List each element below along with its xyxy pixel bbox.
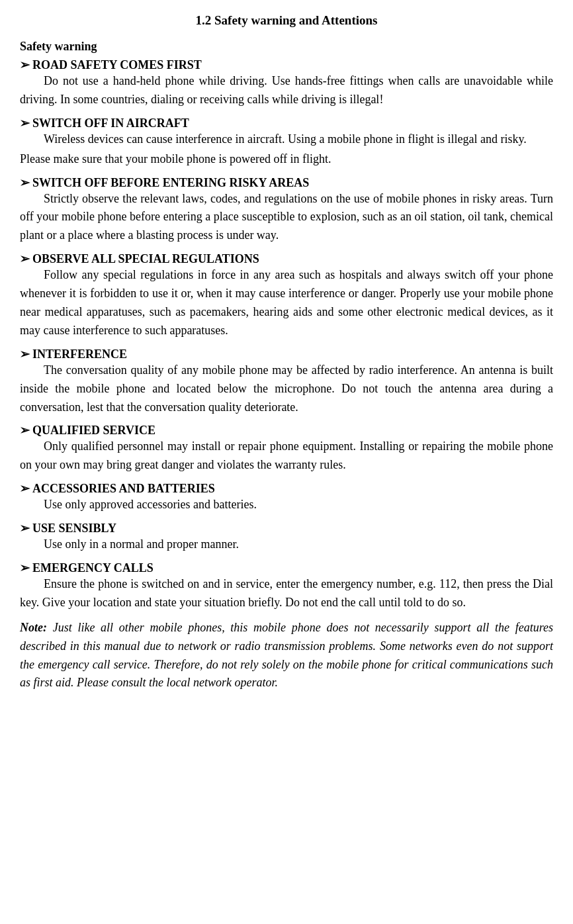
qualified-service-title: QUALIFIED SERVICE: [32, 424, 155, 438]
risky-heading: ➢ SWITCH OFF BEFORE ENTERING RISKY AREAS: [20, 175, 553, 190]
bullet-arrow-accessories: ➢: [20, 481, 30, 496]
safety-warning-section: Safety warning ➢ ROAD SAFETY COMES FIRST…: [20, 40, 553, 692]
bullet-arrow-regulations: ➢: [20, 252, 30, 266]
road-safety-text: Do not use a hand-held phone while drivi…: [20, 72, 553, 109]
accessories-title: ACCESSORIES AND BATTERIES: [32, 482, 215, 496]
section-qualified-service: ➢ QUALIFIED SERVICE Only qualified perso…: [20, 423, 553, 475]
bullet-arrow-qualified: ➢: [20, 423, 30, 438]
section-emergency-calls: ➢ EMERGENCY CALLS Ensure the phone is sw…: [20, 561, 553, 612]
bullet-arrow-emergency: ➢: [20, 561, 30, 575]
note-paragraph: Note: Just like all other mobile phones,…: [20, 619, 553, 693]
road-safety-heading: ➢ ROAD SAFETY COMES FIRST: [20, 58, 553, 72]
aircraft-title: SWITCH OFF IN AIRCRAFT: [32, 116, 189, 130]
bullet-arrow-interference: ➢: [20, 347, 30, 361]
interference-heading: ➢ INTERFERENCE: [20, 347, 553, 361]
section-risky: ➢ SWITCH OFF BEFORE ENTERING RISKY AREAS…: [20, 175, 553, 246]
aircraft-text-1: Wireless devices can cause interference …: [20, 130, 553, 149]
bullet-arrow-road-safety: ➢: [20, 58, 30, 72]
interference-title: INTERFERENCE: [32, 347, 127, 361]
risky-title: SWITCH OFF BEFORE ENTERING RISKY AREAS: [32, 176, 309, 190]
aircraft-text-2: Please make sure that your mobile phone …: [20, 150, 553, 169]
section-aircraft: ➢ SWITCH OFF IN AIRCRAFT Wireless device…: [20, 116, 553, 169]
section-road-safety: ➢ ROAD SAFETY COMES FIRST Do not use a h…: [20, 58, 553, 109]
note-label: Note:: [20, 621, 47, 634]
aircraft-heading: ➢ SWITCH OFF IN AIRCRAFT: [20, 116, 553, 130]
bullet-arrow-risky: ➢: [20, 175, 30, 190]
use-sensibly-title: USE SENSIBLY: [32, 522, 116, 535]
use-sensibly-heading: ➢ USE SENSIBLY: [20, 521, 553, 535]
note-section: Note: Just like all other mobile phones,…: [20, 619, 553, 693]
section-interference: ➢ INTERFERENCE The conversation quality …: [20, 347, 553, 417]
accessories-text: Use only approved accessories and batter…: [20, 496, 553, 514]
safety-warning-label: Safety warning: [20, 40, 553, 54]
regulations-heading: ➢ OBSERVE ALL SPECIAL REGULATIONS: [20, 252, 553, 266]
emergency-calls-text: Ensure the phone is switched on and in s…: [20, 575, 553, 612]
page-title: 1.2 Safety warning and Attentions: [20, 13, 553, 28]
qualified-service-text: Only qualified personnel may install or …: [20, 438, 553, 475]
risky-text: Strictly observe the relevant laws, code…: [20, 190, 553, 246]
interference-text: The conversation quality of any mobile p…: [20, 361, 553, 417]
road-safety-title: ROAD SAFETY COMES FIRST: [32, 58, 202, 72]
qualified-service-heading: ➢ QUALIFIED SERVICE: [20, 423, 553, 438]
emergency-calls-heading: ➢ EMERGENCY CALLS: [20, 561, 553, 575]
note-body: Just like all other mobile phones, this …: [20, 621, 553, 690]
bullet-arrow-sensibly: ➢: [20, 521, 30, 535]
section-use-sensibly: ➢ USE SENSIBLY Use only in a normal and …: [20, 521, 553, 554]
accessories-heading: ➢ ACCESSORIES AND BATTERIES: [20, 481, 553, 496]
bullet-arrow-aircraft: ➢: [20, 116, 30, 130]
regulations-title: OBSERVE ALL SPECIAL REGULATIONS: [32, 252, 259, 266]
section-regulations: ➢ OBSERVE ALL SPECIAL REGULATIONS Follow…: [20, 252, 553, 340]
section-accessories: ➢ ACCESSORIES AND BATTERIES Use only app…: [20, 481, 553, 514]
emergency-calls-title: EMERGENCY CALLS: [32, 561, 154, 575]
regulations-text: Follow any special regulations in force …: [20, 266, 553, 340]
use-sensibly-text: Use only in a normal and proper manner.: [20, 535, 553, 554]
